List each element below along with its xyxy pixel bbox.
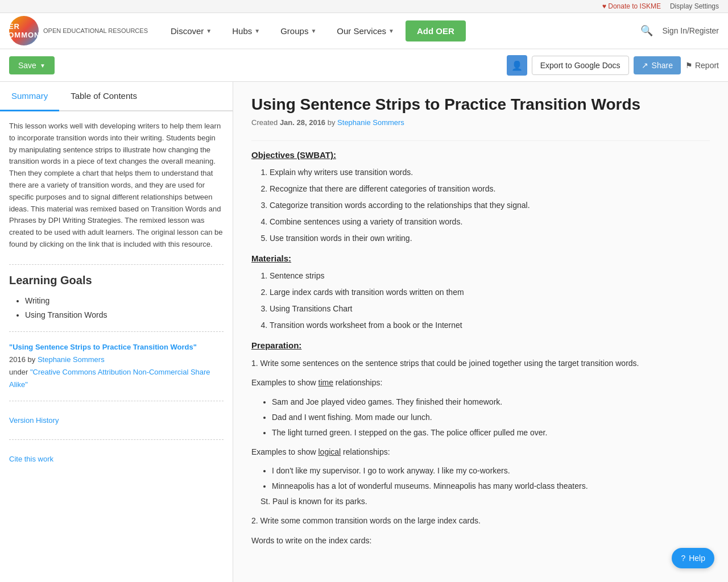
nav-hubs[interactable]: Hubs ▼ [223, 22, 269, 40]
list-item: Transition words worksheet from a book o… [270, 319, 710, 331]
objectives-title: Objectives (SWBAT): [251, 150, 710, 160]
list-item: Sentence strips [270, 270, 710, 282]
tab-summary[interactable]: Summary [0, 82, 59, 111]
content-meta: Created Jan. 28, 2016 by Stephanie Somme… [251, 118, 710, 127]
preparation-step2: 2. Write some common transition words on… [251, 514, 710, 527]
divider-3 [9, 401, 224, 401]
cite-work-link[interactable]: Cite this work [9, 449, 224, 469]
display-settings[interactable]: Display Settings [670, 2, 719, 10]
preparation-step1: 1. Write some sentences on the sentence … [251, 357, 710, 369]
preparation-title: Preparation: [251, 340, 710, 350]
sidebar: Summary Table of Contents This lesson wo… [0, 82, 233, 582]
save-caret: ▼ [40, 63, 46, 69]
index-cards-label: Words to write on the index cards: [251, 534, 710, 547]
save-button[interactable]: Save ▼ [9, 56, 55, 74]
list-item: Use transition words in their own writin… [270, 232, 710, 244]
navbar: OER COMMONS OPEN EDUCATIONAL RESOURCES D… [0, 13, 728, 49]
list-item: Minneapolis has a lot of wonderful museu… [272, 480, 710, 492]
logical-examples-intro: Examples to show logical relationships: [251, 446, 710, 458]
divider-4 [9, 439, 224, 440]
signin-link[interactable]: Sign In/Register [662, 26, 719, 35]
share-icon: ↗ [642, 61, 648, 70]
list-item: Sam and Joe played video games. They fin… [272, 396, 710, 408]
learning-goals-title: Learning Goals [9, 274, 224, 287]
nav-our-services[interactable]: Our Services ▼ [328, 22, 403, 40]
help-button[interactable]: ? Help [672, 548, 714, 568]
add-oer-button[interactable]: Add OER [406, 20, 466, 41]
list-item: Large index cards with transition words … [270, 286, 710, 298]
list-item: Dad and I went fishing. Mom made our lun… [272, 411, 710, 423]
donate-link[interactable]: Donate to ISKME [602, 2, 661, 10]
logo-text-area: OPEN EDUCATIONAL RESOURCES [43, 27, 148, 35]
help-icon: ? [681, 554, 685, 563]
logical-bullets: I don't like my supervisor. I go to work… [251, 465, 710, 508]
nav-groups[interactable]: Groups ▼ [271, 22, 325, 40]
time-bullets: Sam and Joe played video games. They fin… [251, 396, 710, 439]
oer-logo: OER COMMONS [9, 16, 39, 45]
tab-table-of-contents[interactable]: Table of Contents [59, 82, 148, 111]
list-item: Combine sentences using a variety of tra… [270, 216, 710, 228]
time-link: time [318, 378, 333, 387]
utility-bar: Donate to ISKME Display Settings [0, 0, 728, 13]
list-item: St. Paul is known for its parks. [260, 496, 710, 508]
nav-discover[interactable]: Discover ▼ [162, 22, 221, 40]
divider-1 [9, 264, 224, 265]
sidebar-tabs: Summary Table of Contents [0, 82, 233, 111]
export-google-docs-button[interactable]: Export to Google Docs [532, 56, 629, 75]
logical-link: logical [318, 447, 341, 456]
list-item: Writing [25, 294, 224, 308]
content-divider-1 [251, 140, 710, 141]
content-area: Using Sentence Strips to Practice Transi… [233, 82, 728, 582]
version-history-link[interactable]: Version History [9, 410, 224, 430]
summary-text: This lesson works well with developing w… [9, 120, 224, 251]
resource-info: "Using Sentence Strips to Practice Trans… [9, 341, 224, 391]
hubs-caret: ▼ [254, 28, 260, 34]
list-item: Recognize that there are different categ… [270, 183, 710, 195]
list-item: Using Transitions Chart [270, 303, 710, 315]
content-title: Using Sentence Strips to Practice Transi… [251, 95, 710, 114]
time-examples-intro: Examples to show time relationships: [251, 376, 710, 389]
materials-list: Sentence strips Large index cards with t… [251, 270, 710, 331]
logo-area: OER COMMONS OPEN EDUCATIONAL RESOURCES [9, 16, 148, 45]
list-item: Explain why writers use transition words… [270, 167, 710, 178]
list-item: Using Transition Words [25, 308, 224, 322]
discover-caret: ▼ [206, 28, 212, 34]
objectives-list: Explain why writers use transition words… [251, 167, 710, 244]
learning-goals-list: Writing Using Transition Words [9, 294, 224, 322]
share-button[interactable]: ↗ Share [634, 56, 681, 74]
list-item: The light turned green. I stepped on the… [272, 427, 710, 439]
resource-title-link[interactable]: "Using Sentence Strips to Practice Trans… [9, 343, 197, 351]
nav-right: 🔍 Sign In/Register [640, 24, 719, 37]
resource-author-link[interactable]: Stephanie Sommers [38, 355, 105, 364]
materials-title: Materials: [251, 253, 710, 263]
divider-2 [9, 331, 224, 332]
user-avatar-button[interactable]: 👤 [507, 55, 527, 76]
sidebar-content: This lesson works well with developing w… [0, 111, 233, 478]
search-button[interactable]: 🔍 [640, 24, 653, 37]
license-link[interactable]: "Creative Commons Attribution Non-Commer… [9, 368, 210, 389]
main-layout: Summary Table of Contents This lesson wo… [0, 82, 728, 582]
groups-caret: ▼ [311, 28, 316, 34]
author-link[interactable]: Stephanie Sommers [337, 118, 404, 127]
list-item: I don't like my supervisor. I go to work… [272, 465, 710, 477]
report-button[interactable]: ⚑ Report [685, 61, 719, 70]
list-item: Categorize transition words according to… [270, 199, 710, 211]
action-bar: Save ▼ 👤 Export to Google Docs ↗ Share ⚑… [0, 49, 728, 82]
nav-links: Discover ▼ Hubs ▼ Groups ▼ Our Services … [162, 20, 631, 41]
flag-icon: ⚑ [685, 61, 693, 70]
our-services-caret: ▼ [388, 28, 394, 34]
